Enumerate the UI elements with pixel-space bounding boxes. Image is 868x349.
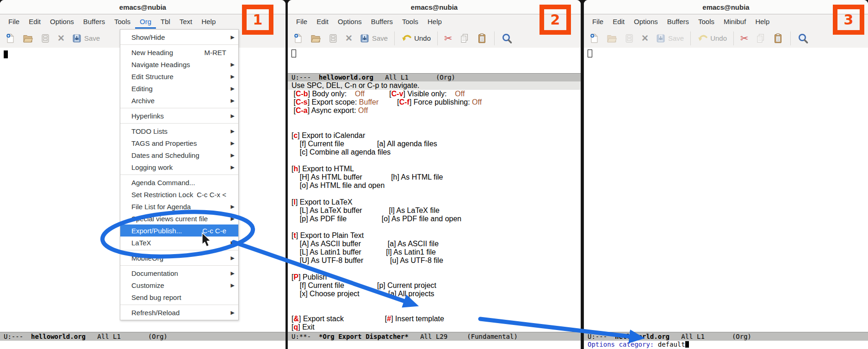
open-folder-button[interactable] — [22, 33, 33, 44]
submenu-arrow-icon: ▶ — [229, 255, 235, 261]
open-folder-icon — [22, 33, 33, 44]
menu-item-mobileorg[interactable]: MobileOrg▶ — [120, 252, 238, 264]
menu-options[interactable]: Options — [333, 14, 366, 29]
menu-tools[interactable]: Tools — [694, 14, 719, 29]
menu-edit[interactable]: Edit — [608, 14, 629, 29]
undo-arrow-button[interactable]: Undo — [401, 33, 431, 44]
new-file-button[interactable] — [5, 33, 16, 44]
new-file-button[interactable] — [589, 33, 600, 44]
mode-line: U:--- helloworld.org All L1 (Org) — [0, 332, 285, 341]
menu-item-hyperlinks[interactable]: Hyperlinks▶ — [120, 110, 238, 122]
new-file-icon — [5, 33, 16, 44]
mode-line: U:--- helloworld.org All L1 (Org) — [584, 332, 868, 341]
menu-help[interactable]: Help — [197, 14, 220, 29]
undo-arrow-button[interactable]: Undo — [697, 33, 727, 44]
close-x-button[interactable]: ✕ — [57, 33, 65, 44]
new-file-button[interactable] — [292, 33, 304, 44]
org-export-dispatcher[interactable]: Use SPC, DEL, C-n or C-p to navigate. [C… — [288, 81, 581, 331]
menu-item-set-restriction-lock[interactable]: Set Restriction LockC-c C-x < — [120, 188, 238, 200]
copy-pages-icon — [755, 33, 766, 44]
menu-item-label: Editing — [131, 85, 229, 93]
menu-buffers[interactable]: Buffers — [366, 14, 397, 29]
undo-arrow-icon — [697, 33, 708, 44]
menu-item-customize[interactable]: Customize▶ — [120, 279, 238, 291]
menu-item-documentation[interactable]: Documentation▶ — [120, 267, 238, 279]
toolbar: ✕SaveUndo✂ — [584, 29, 868, 48]
save-floppy-button[interactable]: Save — [655, 33, 684, 44]
menu-file[interactable]: File — [588, 14, 608, 29]
menu-item-edit-structure[interactable]: Edit Structure▶ — [120, 70, 238, 82]
menu-item-send-bug-report[interactable]: Send bug report — [120, 291, 238, 303]
dispatcher-line: [t] Export to Plain Text — [288, 231, 581, 240]
search-button[interactable] — [501, 32, 513, 44]
close-x-icon: ✕ — [57, 33, 65, 44]
title-bar[interactable]: emacs@nubia — [288, 0, 581, 14]
menu-item-archive[interactable]: Archive▶ — [120, 94, 238, 106]
emacs-frame-1: emacs@nubia FileEditOptionsBuffersToolsO… — [0, 0, 285, 349]
submenu-arrow-icon: ▶ — [229, 164, 235, 170]
menu-item-latex[interactable]: LaTeX▶ — [120, 237, 238, 249]
menu-item-navigate-headings[interactable]: Navigate Headings▶ — [120, 58, 238, 70]
dispatcher-line — [288, 190, 581, 198]
menu-minibuf[interactable]: Minibuf — [719, 14, 750, 29]
paste-clipboard-button[interactable] — [773, 33, 784, 44]
menu-item-label: Dates and Scheduling — [131, 151, 229, 159]
save-drawer-button[interactable] — [40, 33, 51, 44]
scissors-button[interactable]: ✂ — [444, 33, 453, 44]
close-x-button[interactable]: ✕ — [641, 33, 649, 44]
toolbar-button-label: Undo — [414, 34, 431, 42]
save-drawer-button[interactable] — [624, 33, 635, 44]
menu-help[interactable]: Help — [750, 14, 774, 29]
paste-clipboard-button[interactable] — [477, 33, 488, 44]
menu-options[interactable]: Options — [45, 14, 79, 29]
menu-org[interactable]: Org — [135, 14, 156, 29]
menu-item-new-heading[interactable]: New HeadingM-RET — [120, 46, 238, 58]
submenu-arrow-icon: ▶ — [229, 310, 235, 316]
menu-item-export-publish[interactable]: Export/Publish...C-c C-e — [120, 224, 238, 237]
open-folder-button[interactable] — [310, 33, 321, 44]
menu-help[interactable]: Help — [423, 14, 446, 29]
menu-buffers[interactable]: Buffers — [79, 14, 110, 29]
menu-item-todo-lists[interactable]: TODO Lists▶ — [120, 125, 238, 137]
menu-edit[interactable]: Edit — [312, 14, 333, 29]
save-floppy-button[interactable]: Save — [71, 33, 100, 44]
new-file-icon — [589, 33, 600, 44]
close-x-button[interactable]: ✕ — [345, 33, 353, 44]
menu-buffers[interactable]: Buffers — [663, 14, 694, 29]
menu-item-dates-and-scheduling[interactable]: Dates and Scheduling▶ — [120, 149, 238, 161]
menu-item-editing[interactable]: Editing▶ — [120, 82, 238, 94]
menu-item-special-views-current-file[interactable]: Special views current file▶ — [120, 212, 238, 224]
menu-file[interactable]: File — [291, 14, 312, 29]
menu-tools[interactable]: Tools — [110, 14, 135, 29]
save-drawer-button[interactable] — [328, 33, 339, 44]
submenu-arrow-icon: ▶ — [229, 113, 235, 119]
title-bar[interactable]: emacs@nubia — [584, 0, 868, 14]
menu-item-file-list-for-agenda[interactable]: File List for Agenda▶ — [120, 200, 238, 212]
annotation-badge-2: 2 — [539, 5, 571, 35]
search-button[interactable] — [797, 32, 809, 44]
open-folder-button[interactable] — [606, 33, 617, 44]
buffer-helloworld[interactable] — [288, 48, 581, 73]
menu-item-tags-and-properties[interactable]: TAGS and Properties▶ — [120, 137, 238, 149]
menu-item-agenda-command[interactable]: Agenda Command... — [120, 176, 238, 188]
save-floppy-icon — [655, 33, 666, 44]
menu-item-label: Logging work — [131, 163, 229, 171]
menu-tbl[interactable]: Tbl — [156, 14, 175, 29]
copy-pages-button[interactable] — [459, 33, 470, 44]
menu-edit[interactable]: Edit — [24, 14, 45, 29]
menu-text[interactable]: Text — [175, 14, 197, 29]
scissors-button[interactable]: ✂ — [740, 33, 749, 44]
menu-item-show-hide[interactable]: Show/Hide▶ — [120, 31, 238, 43]
menu-tools[interactable]: Tools — [397, 14, 423, 29]
copy-pages-button[interactable] — [755, 33, 766, 44]
menu-item-logging-work[interactable]: Logging work▶ — [120, 161, 238, 173]
screenshot-root: emacs@nubia FileEditOptionsBuffersToolsO… — [0, 0, 868, 349]
menu-options[interactable]: Options — [629, 14, 663, 29]
menu-item-label: Hyperlinks — [131, 112, 229, 120]
buffer-helloworld[interactable] — [584, 48, 868, 332]
menu-file[interactable]: File — [4, 14, 24, 29]
menu-item-refresh-reload[interactable]: Refresh/Reload▶ — [120, 306, 238, 318]
minibuffer-echo-area[interactable]: Options category: default — [584, 341, 868, 349]
save-floppy-button[interactable]: Save — [359, 33, 388, 44]
menu-item-label: LaTeX — [131, 239, 229, 247]
